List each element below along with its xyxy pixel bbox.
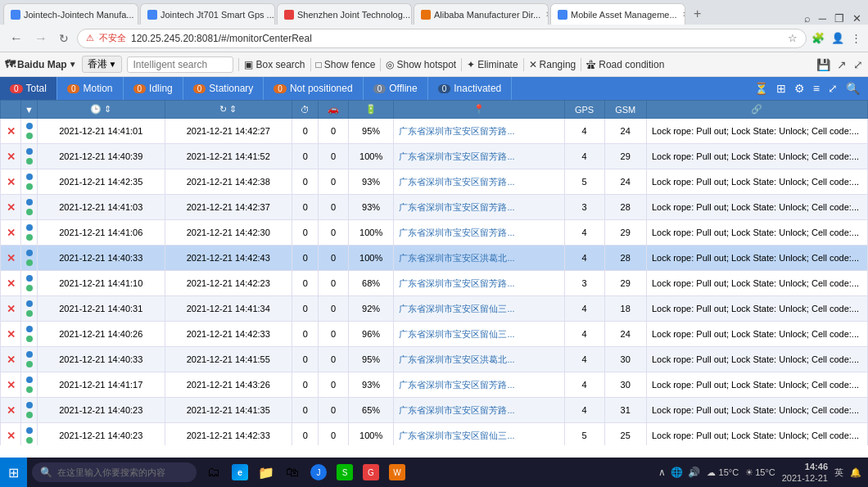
tab-not-positioned[interactable]: 0 Not positioned [264, 77, 363, 100]
col-duration[interactable]: ⏱ [292, 101, 319, 119]
road-condition-button[interactable]: 🛣 Road condition [586, 59, 664, 70]
row-status-text: Lock rope: Pull out; Lock State: Unlock;… [646, 169, 867, 195]
start-button[interactable]: ⊞ [0, 458, 27, 487]
weather-display[interactable]: ☁ 15°C [707, 467, 739, 478]
baidu-map-button[interactable]: 🗺 Baidu Map ▼ [5, 58, 77, 70]
taskbar-app-task-view[interactable]: 🗂 [201, 460, 226, 485]
table-row[interactable]: ✕ 2021-12-21 14:41:17 2021-12-21 14:43:2… [1, 372, 868, 398]
taskbar-app-7[interactable]: G [359, 460, 383, 485]
tab-search-icon[interactable]: ⌕ [804, 12, 811, 25]
table-row[interactable]: ✕ 2021-12-21 14:41:03 2021-12-21 14:42:3… [1, 195, 868, 220]
taskbar-app-store[interactable]: 🛍 [280, 460, 305, 485]
search-status-icon[interactable]: 🔍 [846, 82, 860, 95]
fullscreen-icon[interactable]: ⤢ [853, 58, 863, 71]
col-last[interactable]: ↻ ⇕ [165, 101, 292, 119]
taskbar-app-8[interactable]: W [385, 460, 409, 485]
profile-icon[interactable]: 👤 [831, 32, 844, 44]
idling-badge: 0 [133, 84, 147, 93]
table-row[interactable]: ✕ 2021-12-21 14:40:26 2021-12-21 14:42:3… [1, 322, 868, 347]
new-tab-button[interactable]: + [687, 3, 708, 25]
show-hotspot-button[interactable]: ◎ Show hotspot [386, 59, 456, 70]
col-location[interactable]: 📍 [394, 101, 564, 119]
row-gps: 4 [564, 398, 604, 423]
taskbar-app-5[interactable]: J [306, 460, 331, 485]
back-button[interactable]: ← [7, 31, 26, 46]
table-row[interactable]: ✕ 2021-12-21 14:40:23 2021-12-21 14:41:3… [1, 398, 868, 423]
table-row[interactable]: ✕ 2021-12-21 14:42:35 2021-12-21 14:42:3… [1, 169, 868, 195]
col-start[interactable]: 🕒 ⇕ [38, 101, 165, 119]
columns-icon[interactable]: ≡ [813, 82, 820, 95]
col-gps[interactable]: GPS [564, 101, 604, 119]
volume-icon[interactable]: 🔊 [688, 467, 700, 478]
taskbar-app-6[interactable]: S [332, 460, 357, 485]
tab-stationary[interactable]: 0 Stationary [183, 77, 264, 100]
tab-inactivated[interactable]: 0 Inactivated [428, 77, 513, 100]
tab-inactivated-label: Inactivated [454, 83, 501, 94]
eliminate-button[interactable]: ✦ Eliminate [467, 59, 518, 70]
filter-icon[interactable]: ▼ [25, 105, 34, 115]
expand-icon[interactable]: ⤢ [828, 82, 838, 95]
forward-button[interactable]: → [31, 31, 51, 46]
tab-offline[interactable]: 0 Offline [364, 77, 428, 100]
minimize-icon[interactable]: ─ [819, 12, 826, 25]
table-row[interactable]: ✕ 2021-12-21 14:40:23 2021-12-21 14:42:3… [1, 423, 868, 446]
tab-5-close[interactable]: ✕ [682, 10, 685, 19]
box-search-button[interactable]: ▣ Box search [244, 59, 305, 70]
table-row[interactable]: ✕ 2021-12-21 14:41:10 2021-12-21 14:42:2… [1, 271, 868, 296]
language-indicator[interactable]: 英 [834, 467, 843, 479]
extensions-icon[interactable]: 🧩 [811, 32, 825, 44]
taskbar-search-input[interactable] [57, 467, 188, 477]
col-desc[interactable]: 🔗 [646, 101, 867, 119]
region-selector[interactable]: 香港 ▼ [82, 56, 123, 73]
tab-5-active[interactable]: Mobile Asset Manageme... ✕ [550, 3, 685, 25]
tab-4[interactable]: Alibaba Manufacturer Dir... ✕ [414, 3, 549, 25]
settings-icon[interactable]: ⚙ [794, 82, 805, 95]
bookmark-icon[interactable]: ☆ [788, 32, 798, 44]
row-location: 广东省深圳市宝安区留芳路... [394, 169, 564, 195]
table-row[interactable]: ✕ 2021-12-21 14:40:33 2021-12-21 14:41:5… [1, 347, 868, 372]
grid-icon[interactable]: ⊞ [776, 82, 786, 95]
col-mileage[interactable]: 🚗 [319, 101, 348, 119]
taskbar-app-edge[interactable]: e [228, 460, 252, 485]
network-icon[interactable]: 🌐 [671, 467, 683, 478]
row-start-time: 2021-12-21 14:40:23 [38, 423, 165, 446]
close-window-icon[interactable]: ✕ [852, 12, 861, 25]
restore-icon[interactable]: ❐ [834, 12, 844, 25]
clock-icon[interactable]: ⏳ [754, 82, 768, 95]
table-container[interactable]: ▼ 🕒 ⇕ ↻ ⇕ ⏱ 🚗 🔋 📍 GPS GSM 🔗 [0, 100, 868, 445]
share-icon[interactable]: ↗ [837, 58, 847, 71]
time-display[interactable]: 14:46 2021-12-21 [782, 461, 828, 485]
search-input[interactable] [127, 56, 233, 73]
col-voltage[interactable]: 🔋 [348, 101, 394, 119]
tab-2[interactable]: Jointech Jt701 Smart Gps ... ✕ [140, 3, 275, 25]
reload-button[interactable]: ↻ [56, 32, 72, 45]
row-status-dot [21, 398, 38, 423]
tab-1[interactable]: Jointech-Jointech Manufa... ✕ [3, 3, 138, 25]
ranging-button[interactable]: ✕ Ranging [529, 59, 576, 70]
table-row[interactable]: ✕ 2021-12-21 14:40:39 2021-12-21 14:41:5… [1, 144, 868, 169]
notification-icon[interactable]: 🔔 [850, 467, 861, 478]
taskbar-app-explorer[interactable]: 📁 [254, 460, 278, 485]
taskbar-search-box[interactable]: 🔍 [32, 462, 197, 482]
tab-motion[interactable]: 0 Motion [57, 77, 124, 100]
show-fence-button[interactable]: □ Show fence [316, 59, 376, 70]
row-gsm: 29 [604, 220, 646, 246]
table-row[interactable]: ✕ 2021-12-21 14:40:31 2021-12-21 14:41:3… [1, 296, 868, 322]
col-gsm[interactable]: GSM [604, 101, 646, 119]
table-row[interactable]: ✕ 2021-12-21 14:41:06 2021-12-21 14:42:3… [1, 220, 868, 246]
chevron-up-icon[interactable]: ∧ [658, 467, 666, 478]
save-icon[interactable]: 💾 [816, 58, 830, 71]
row-voltage: 96% [348, 322, 394, 347]
row-location: 广东省深圳市宝安区留仙三... [394, 296, 564, 322]
url-box[interactable]: ⚠ 不安全 120.25.245.20:8081/#/monitorCenter… [77, 29, 807, 48]
tab-idling[interactable]: 0 Idling [124, 77, 183, 100]
table-row[interactable]: ✕ 2021-12-21 14:41:01 2021-12-21 14:42:2… [1, 119, 868, 144]
row-location: 广东省深圳市宝安区留芳路... [394, 119, 564, 144]
table-row[interactable]: ✕ 2021-12-21 14:40:33 2021-12-21 14:42:4… [1, 246, 868, 271]
tab-3[interactable]: Shenzhen Joint Technolog... ✕ [277, 3, 412, 25]
row-start-time: 2021-12-21 14:40:23 [38, 398, 165, 423]
menu-icon[interactable]: ⋮ [851, 32, 861, 44]
row-mileage: 0 [319, 246, 348, 271]
tab-4-close[interactable]: ✕ [545, 10, 549, 19]
tab-total[interactable]: 0 Total [0, 77, 57, 100]
